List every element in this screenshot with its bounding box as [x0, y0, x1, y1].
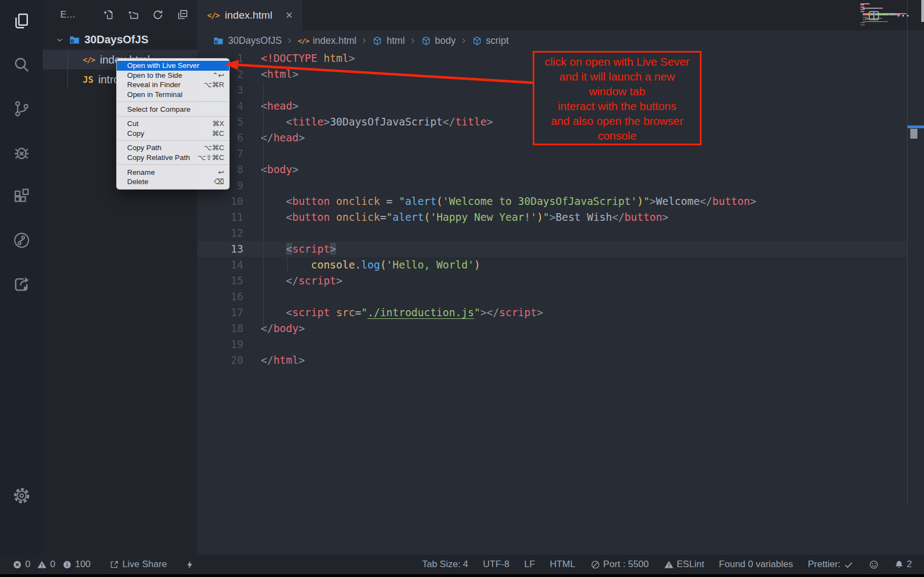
- settings-gear-icon[interactable]: [0, 486, 43, 505]
- activity-live-share[interactable]: [0, 271, 43, 297]
- line-number: 12: [197, 225, 243, 241]
- status-item-live-share[interactable]: Live Share: [109, 559, 167, 570]
- code-line-10[interactable]: 10 <button onclick = "alert('Welcome to …: [197, 193, 924, 209]
- line-number: 10: [197, 193, 243, 209]
- new-folder-icon[interactable]: [127, 9, 139, 21]
- breadcrumb-item-index-html[interactable]: </>index.html: [298, 35, 356, 47]
- line-number: 20: [197, 352, 243, 368]
- breadcrumb-item-script[interactable]: script: [472, 35, 509, 47]
- annotation-text: click on open with Live Sever: [534, 54, 700, 69]
- overview-ruler: [907, 0, 908, 504]
- status-item-smiley[interactable]: [869, 559, 879, 570]
- menu-separator: [117, 140, 229, 141]
- code-line-19[interactable]: 19: [197, 336, 924, 352]
- code-line-11[interactable]: 11 <button onclick="alert('Happy New Yea…: [197, 209, 924, 225]
- tab-bar: </> index.html × ⋯: [197, 0, 924, 31]
- activity-run-debug[interactable]: [0, 139, 43, 165]
- status-item-port-5500[interactable]: Port : 5500: [590, 559, 649, 570]
- menu-item-delete[interactable]: Delete⌫: [117, 177, 229, 187]
- js-file-icon: JS: [83, 75, 93, 85]
- code-file-icon: </>: [298, 37, 309, 45]
- line-number: 13: [197, 241, 243, 257]
- code-line-17[interactable]: 17 <script src="./introduction.js"></scr…: [197, 305, 924, 321]
- menu-item-open-in-terminal[interactable]: Open in Terminal: [117, 90, 229, 100]
- scrollbar-thumb[interactable]: [910, 129, 917, 139]
- new-file-icon[interactable]: [102, 9, 115, 21]
- bottom-strip: [0, 574, 924, 577]
- close-tab-icon[interactable]: ×: [286, 9, 293, 21]
- status-item-utf-8[interactable]: UTF-8: [483, 559, 509, 570]
- tree-folder-root[interactable]: 30DaysOfJS: [43, 30, 197, 50]
- menu-item-reveal-in-finder[interactable]: Reveal in Finder⌥⌘R: [117, 80, 229, 90]
- line-number: 14: [197, 257, 243, 273]
- chevron-down-icon: [55, 35, 65, 45]
- status-item-prettier[interactable]: Prettier:: [808, 559, 854, 570]
- breadcrumb-separator-icon: [460, 37, 468, 45]
- folder-icon: [213, 35, 224, 47]
- refresh-explorer-icon[interactable]: [152, 9, 164, 21]
- annotation-text: and also open the browser: [534, 113, 700, 128]
- minimap[interactable]: [860, 3, 906, 26]
- code-line-15[interactable]: 15 </script>: [197, 273, 924, 289]
- explorer-title: E...: [60, 9, 76, 20]
- circle-slash-icon: [590, 559, 601, 570]
- menu-item-copy[interactable]: Copy⌘C: [117, 129, 229, 139]
- smiley-icon: [869, 559, 879, 570]
- gitlens-icon: [12, 231, 31, 250]
- live-share-icon: [109, 559, 119, 570]
- tab-label: index.html: [225, 9, 272, 21]
- breadcrumb-item-30daysofjs[interactable]: 30DaysOfJS: [213, 35, 282, 47]
- code-line-20[interactable]: 20</html>: [197, 352, 924, 368]
- symbol-cube-icon: [472, 36, 482, 46]
- code-line-7[interactable]: 7: [197, 146, 924, 162]
- activity-explorer[interactable]: [0, 8, 43, 34]
- folder-icon: [69, 34, 81, 46]
- status-item-0[interactable]: 0: [37, 559, 55, 570]
- indent-guide: [263, 82, 264, 329]
- extensions-icon: [12, 187, 31, 206]
- annotation-text: interact with the buttons: [534, 99, 700, 113]
- code-line-18[interactable]: 18</body>: [197, 321, 924, 336]
- activity-gitlens[interactable]: [0, 227, 43, 253]
- status-item-lf[interactable]: LF: [524, 559, 535, 570]
- code-line-13[interactable]: 13 <script>: [197, 241, 907, 257]
- menu-separator: [117, 101, 229, 102]
- menu-item-select-for-compare[interactable]: Select for Compare: [117, 104, 229, 114]
- activity-extensions[interactable]: [0, 183, 43, 209]
- activity-search[interactable]: [0, 52, 43, 78]
- code-line-12[interactable]: 12: [197, 225, 924, 241]
- status-item-0[interactable]: 0: [12, 559, 30, 570]
- bell-icon: [894, 559, 904, 570]
- menu-item-open-to-the-side[interactable]: Open to the Side⌃↩: [117, 71, 229, 81]
- menu-item-rename[interactable]: Rename↩: [117, 167, 229, 177]
- error-icon: [12, 559, 22, 570]
- menu-item-copy-path[interactable]: Copy Path⌥⌘C: [117, 143, 229, 153]
- menu-item-copy-relative-path[interactable]: Copy Relative Path⌥⇧⌘C: [117, 153, 229, 163]
- activity-source-control[interactable]: [0, 95, 43, 122]
- line-number: 11: [197, 209, 243, 225]
- line-number: 17: [197, 305, 243, 321]
- status-item-found-0-variables[interactable]: Found 0 variables: [719, 559, 793, 570]
- status-item-100[interactable]: 100: [62, 559, 90, 570]
- breadcrumb-item-html[interactable]: html: [372, 35, 404, 47]
- status-item-eslint[interactable]: ESLint: [664, 559, 704, 570]
- collapse-folders-icon[interactable]: [176, 9, 189, 21]
- code-line-9[interactable]: 9: [197, 178, 924, 193]
- status-item-tab-size-4[interactable]: Tab Size: 4: [422, 559, 468, 570]
- status-item-html[interactable]: HTML: [550, 559, 575, 570]
- menu-item-open-with-live-server[interactable]: Open with Live Server: [117, 61, 229, 71]
- folder-label: 30DaysOfJS: [84, 33, 149, 46]
- breadcrumb-separator-icon: [360, 37, 368, 45]
- status-item-bolt[interactable]: [185, 559, 195, 570]
- tab-index-html[interactable]: </> index.html ×: [197, 0, 303, 31]
- code-line-14[interactable]: 14 console.log('Hello, World'): [197, 257, 924, 273]
- html-file-icon: </>: [207, 11, 219, 20]
- code-line-8[interactable]: 8<body>: [197, 162, 924, 178]
- status-item-2[interactable]: 2: [894, 559, 912, 570]
- status-bar: 00100Live Share Tab Size: 4UTF-8LFHTMLPo…: [0, 555, 924, 574]
- line-number: 19: [197, 336, 243, 352]
- menu-item-cut[interactable]: Cut⌘X: [117, 119, 229, 129]
- code-line-16[interactable]: 16: [197, 289, 924, 305]
- breadcrumb-item-body[interactable]: body: [421, 35, 456, 47]
- info-icon: [62, 559, 72, 570]
